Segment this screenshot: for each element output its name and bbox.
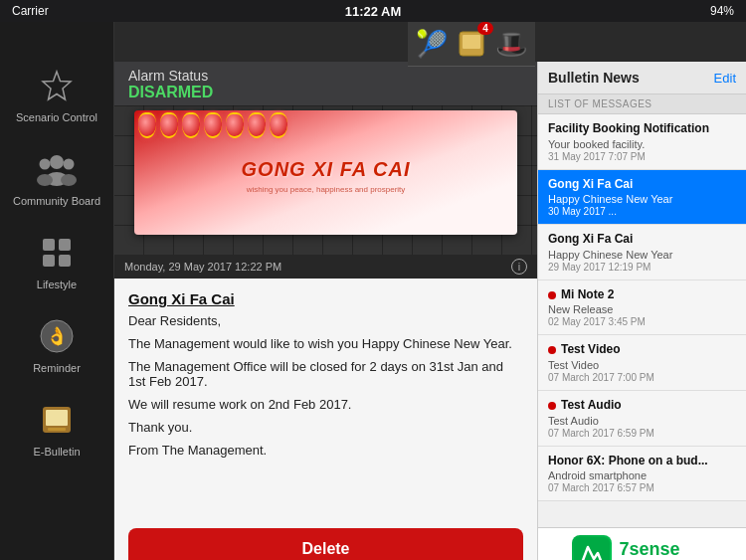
ad-logo [572,535,612,560]
alarm-status: DISARMED [128,84,523,101]
unread-indicator [548,291,556,299]
sidebar-item-reminder[interactable]: 👌 Reminder [0,302,113,386]
message-body-5: From The Management. [128,443,523,458]
svg-point-1 [50,155,64,169]
bulletin-icon [35,398,79,442]
svg-point-5 [37,174,53,186]
svg-rect-9 [43,255,55,267]
hat-icon[interactable]: 🎩 [493,26,529,62]
list-item-active[interactable]: Gong Xi Fa Cai Happy Chinese New Year 30… [538,170,746,226]
message-greeting: Dear Residents, [128,313,523,328]
msg-title-facility: Facility Booking Notification [548,121,709,137]
battery-label: 94% [710,4,734,18]
list-item[interactable]: Test Video Test Video 07 March 2017 7:00… [538,335,746,391]
unread-indicator [548,402,556,410]
grid-icon [35,231,79,275]
msg-date-gongxi2: 29 May 2017 12:19 PM [548,262,736,273]
alarm-title: Alarm Status [128,68,523,84]
msg-date-gongxi1: 30 May 2017 ... [548,206,736,217]
msg-date-facility: 31 May 2017 7:07 PM [548,151,736,162]
carrier-label: Carrier [12,4,49,18]
list-item[interactable]: Mi Note 2 New Release 02 May 2017 3:45 P… [538,280,746,336]
image-footer: Monday, 29 May 2017 12:22 PM i [114,255,537,279]
messages-list: Facility Booking Notification Your booke… [538,114,746,527]
msg-title-gongxi1: Gong Xi Fa Cai [548,177,633,193]
sidebar-item-community-board-label: Community Board [13,195,100,207]
msg-title-gongxi2: Gong Xi Fa Cai [548,232,633,248]
info-icon[interactable]: i [511,259,527,275]
time-label: 11:22 AM [345,4,402,19]
community-icon [35,147,79,191]
list-item[interactable]: Gong Xi Fa Cai Happy Chinese New Year 29… [538,225,746,280]
svg-rect-17 [463,35,480,49]
svg-rect-8 [59,239,71,251]
sidebar-item-community-board[interactable]: Community Board [0,135,113,219]
list-item[interactable]: Test Audio Test Audio 07 March 2017 6:59… [538,391,746,447]
sidebar-item-lifestyle[interactable]: Lifestyle [0,219,113,302]
message-body-4: Thank you. [128,420,523,435]
msg-sub-facility: Your booked facility. [548,138,736,150]
msg-sub-honor: Android smartphone [548,469,736,481]
picture-frame-icon[interactable]: 4 [454,26,489,62]
message-title: Gong Xi Fa Cai [128,290,523,307]
msg-sub-gongxi2: Happy Chinese New Year [548,249,736,261]
sidebar-item-scenario-control[interactable]: Scenario Control [0,52,113,135]
svg-text:👌: 👌 [46,325,69,347]
svg-rect-7 [43,239,55,251]
msg-date-testaudio: 07 March 2017 6:59 PM [548,428,736,439]
svg-point-2 [40,159,51,170]
svg-rect-14 [46,410,68,426]
ad-banner: 7sense www.7sense.com.my [538,527,746,560]
msg-title-honor: Honor 6X: Phone on a bud... [548,454,708,469]
sidebar: Scenario Control Community Board [0,22,114,560]
bulletin-header: Bulletin News Edit [538,62,746,94]
content-area: Alarm Status DISARMED [114,62,746,560]
svg-point-6 [61,174,77,186]
svg-rect-10 [59,255,71,267]
msg-date-minote: 02 May 2017 3:45 PM [548,316,736,327]
bulletin-title: Bulletin News [548,70,640,86]
sidebar-item-e-bulletin[interactable]: E-Bulletin [0,386,113,469]
ad-brand-name: 7sense [620,539,713,560]
alarm-header: Alarm Status DISARMED [114,62,537,105]
message-body-1: The Management would like to wish you Ha… [128,336,523,351]
star-icon [35,64,79,107]
msg-date-honor: 07 March 2017 6:57 PM [548,482,736,493]
wishing-text: wishing you peace, happiness and prosper… [134,185,517,194]
delete-btn-area: Delete [114,518,537,560]
msg-title-minote: Mi Note 2 [561,287,614,303]
bulletin-panel: Bulletin News Edit LIST OF MESSAGES Faci… [537,62,746,560]
ad-text: 7sense www.7sense.com.my [620,539,713,560]
sidebar-item-reminder-label: Reminder [33,362,81,374]
msg-sub-testvideo: Test Video [548,359,736,371]
sidebar-item-e-bulletin-label: E-Bulletin [33,446,80,458]
msg-sub-testaudio: Test Audio [548,415,736,427]
sidebar-item-scenario-control-label: Scenario Control [16,111,97,123]
tennis-ball-icon[interactable]: 🎾 [414,26,450,62]
svg-point-3 [64,159,75,170]
gong-xi-text: GONG XI FA CAI [134,158,517,181]
sidebar-item-lifestyle-label: Lifestyle [37,279,77,290]
unread-indicator [548,346,556,354]
list-item[interactable]: Honor 6X: Phone on a bud... Android smar… [538,447,746,502]
bulletin-image: GONG XI FA CAI wishing you peace, happin… [114,105,537,255]
msg-date-testvideo: 07 March 2017 7:00 PM [548,372,736,383]
msg-title-testvideo: Test Video [561,342,621,358]
msg-sub-gongxi1: Happy Chinese New Year [548,193,736,205]
msg-title-testaudio: Test Audio [561,398,622,414]
svg-rect-15 [48,428,66,431]
delete-button[interactable]: Delete [128,528,523,560]
hand-ok-icon: 👌 [35,314,79,358]
list-item[interactable]: Facility Booking Notification Your booke… [538,114,746,170]
msg-sub-minote: New Release [548,303,736,315]
left-panel: Alarm Status DISARMED [114,62,537,560]
list-messages-header: LIST OF MESSAGES [538,94,746,114]
svg-marker-0 [43,72,71,99]
message-body-3: We will resume work on 2nd Feb 2017. [128,397,523,412]
message-body-2: The Management Office will be closed for… [128,359,523,389]
image-date: Monday, 29 May 2017 12:22 PM [124,261,281,273]
message-area: Gong Xi Fa Cai Dear Residents, The Manag… [114,279,537,518]
notification-badge: 4 [477,22,493,35]
bulletin-edit-button[interactable]: Edit [714,71,736,86]
main-content: 🎾 4 🎩 Alarm Status DISARMED [114,22,746,560]
